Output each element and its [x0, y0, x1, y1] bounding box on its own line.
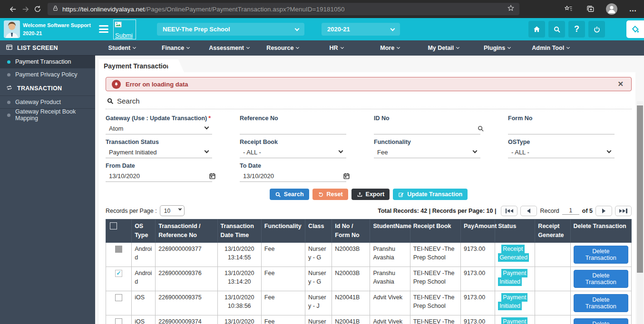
close-icon[interactable]: ✕: [615, 80, 625, 88]
column-header-studentname: StudentName: [370, 219, 410, 243]
error-message: Error on loading data: [126, 81, 188, 88]
receipt-book-select[interactable]: - ALL -: [240, 148, 346, 158]
broken-image-tile[interactable]: Submi: [113, 19, 136, 39]
page-title: Payment Transaction: [99, 59, 175, 72]
reference-no-input[interactable]: [240, 124, 346, 134]
url-text: https://tei.onlinevidyalaya.net/Pages/On…: [62, 6, 345, 13]
sidebar-section-header: LIST SCREEN: [0, 40, 95, 55]
os-type-cell: Android: [132, 267, 156, 291]
gateway-select[interactable]: Atom: [106, 124, 212, 134]
logout-button[interactable]: [588, 21, 605, 38]
menu-finance[interactable]: Finance: [149, 45, 203, 51]
previous-page-button[interactable]: [520, 206, 537, 216]
menu-admin-tool[interactable]: Admin Tool: [524, 45, 577, 51]
address-bar[interactable]: https://tei.onlinevidyalaya.net/Pages/On…: [48, 3, 519, 15]
theme-apps-button[interactable]: [626, 20, 644, 38]
favorite-star-icon[interactable]: [507, 4, 515, 14]
transaction-id-cell: 2269000009377: [156, 242, 217, 267]
menu-more[interactable]: More: [363, 45, 417, 51]
select-all-checkbox[interactable]: [110, 222, 117, 229]
form-no-input[interactable]: [508, 124, 615, 134]
browser-profile-avatar[interactable]: [606, 3, 617, 15]
gateway-field: Gateway (Use : Update Transaction)* Atom: [106, 115, 240, 134]
browser-menu-icon[interactable]: …: [627, 3, 639, 15]
menu-label: Assessment: [209, 45, 244, 51]
home-button[interactable]: [528, 21, 545, 38]
academic-year-select[interactable]: 2020-21: [322, 23, 400, 36]
delete-transaction-button[interactable]: Delete Transaction: [574, 270, 628, 288]
row-checkbox[interactable]: [115, 270, 122, 277]
delete-transaction-button[interactable]: Delete Transaction: [574, 246, 628, 264]
school-select[interactable]: NEEV-The Prep School: [157, 23, 304, 36]
delete-transaction-button[interactable]: Delete Transaction: [574, 318, 628, 324]
reference-no-label: Reference No: [240, 115, 374, 122]
column-header-functionality: Functionality: [261, 219, 305, 243]
to-date-input[interactable]: [240, 172, 346, 182]
search-section-header: Search: [106, 94, 632, 109]
id-no-cell: N20003B: [332, 242, 370, 267]
row-checkbox: [115, 246, 122, 253]
reference-no-field: Reference No: [240, 115, 374, 134]
sidebar-item-gateway-receipt-book-mapping[interactable]: Gateway Receipt Book Mapping: [0, 108, 95, 121]
sidebar-item-payment-privacy-policy[interactable]: Payment Privacy Policy: [0, 68, 95, 81]
row-checkbox[interactable]: [115, 294, 122, 301]
sidebar-item-gateway-product[interactable]: Gateway Product: [0, 95, 95, 108]
menu-plugins[interactable]: Plugins: [470, 45, 524, 51]
welcome-text: Welcome Software Support 2020-21: [23, 21, 91, 37]
forward-icon[interactable]: [19, 3, 31, 15]
transaction-status-select[interactable]: Payment Initiated: [106, 148, 212, 158]
help-button[interactable]: ?: [568, 21, 585, 38]
export-button[interactable]: Export: [351, 189, 390, 200]
student-name-cell: Advit Vivek: [370, 291, 410, 315]
browser-chrome: https://tei.onlinevidyalaya.net/Pages/On…: [0, 0, 644, 18]
sidebar-section-label: TRANSACTION: [17, 85, 62, 92]
next-page-button[interactable]: [595, 206, 612, 216]
error-banner: Error on loading data ✕: [106, 77, 632, 91]
hamburger-menu-icon[interactable]: [99, 25, 108, 33]
pay-amount-cell: 9173.00: [460, 242, 495, 267]
back-icon[interactable]: [7, 3, 19, 15]
status-badge: Receipt: [501, 245, 524, 253]
status-cell: PaymentInitiated: [495, 267, 535, 291]
from-date-field: From Date: [106, 162, 240, 182]
menu-assessment[interactable]: Assessment: [202, 45, 256, 51]
ostype-select[interactable]: - ALL -: [508, 148, 615, 158]
reset-button[interactable]: Reset: [312, 189, 348, 200]
alert-bell-icon: [112, 80, 121, 89]
collections-icon[interactable]: [584, 3, 596, 15]
favorites-bar-icon[interactable]: [562, 3, 575, 15]
record-number-input[interactable]: [562, 207, 579, 215]
from-date-input[interactable]: [106, 172, 212, 182]
menu-student[interactable]: Student: [95, 45, 149, 51]
user-avatar[interactable]: [4, 20, 20, 38]
delete-transaction-button[interactable]: Delete Transaction: [574, 294, 628, 312]
search-button[interactable]: Search: [270, 189, 309, 200]
chevron-down-icon: [566, 46, 570, 49]
list-icon: [6, 44, 13, 52]
receipt-generate-cell: [535, 315, 570, 324]
calendar-icon[interactable]: [209, 172, 216, 181]
id-no-input[interactable]: [374, 124, 480, 134]
global-search-button[interactable]: [548, 21, 565, 38]
pager-summary: Total Records: 42 | Records per Page: 10…: [378, 208, 496, 214]
menu-my-detail[interactable]: My Detail: [417, 45, 470, 51]
first-page-button[interactable]: [501, 206, 517, 216]
update-transaction-button[interactable]: Update Transaction: [393, 189, 468, 200]
menu-label: My Detail: [428, 45, 454, 51]
records-per-page-select[interactable]: 10: [160, 205, 185, 216]
page-area: Payment Transaction Error on loading dat…: [95, 56, 644, 324]
id-lookup-search-icon[interactable]: [477, 125, 484, 134]
class-cell: Nursery - G: [305, 242, 332, 267]
functionality-select[interactable]: Fee: [374, 148, 480, 158]
calendar-icon[interactable]: [343, 172, 350, 181]
refresh-icon[interactable]: [31, 3, 44, 15]
last-page-button[interactable]: [615, 206, 632, 216]
page-scrollbar-thumb[interactable]: [637, 105, 643, 273]
id-no-cell: N20003B: [332, 267, 370, 291]
row-checkbox[interactable]: [115, 318, 122, 324]
os-type-cell: iOS: [132, 315, 156, 324]
sidebar-item-payment-transaction[interactable]: Payment Transaction: [0, 55, 95, 68]
menu-resource[interactable]: Resource: [256, 45, 310, 51]
menu-hr[interactable]: HR: [310, 45, 363, 51]
column-header-payamount: PayAmount: [460, 219, 495, 243]
